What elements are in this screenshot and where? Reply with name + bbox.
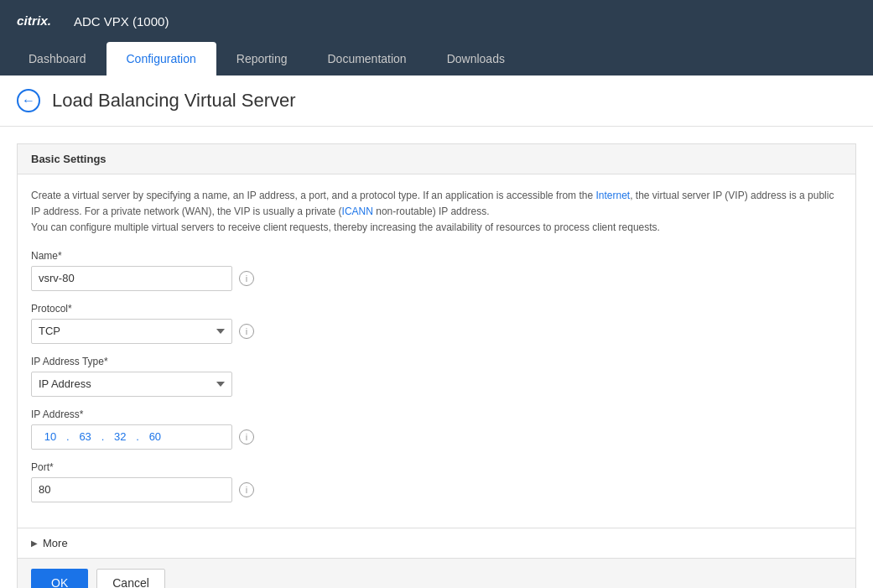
- protocol-field-row: TCP HTTP HTTPS SSL FTP UDP i: [31, 319, 842, 344]
- name-info-icon[interactable]: i: [239, 271, 254, 286]
- ip-address-type-field-group: IP Address Type* IP Address Non Addressa…: [31, 356, 842, 397]
- name-label: Name*: [31, 250, 842, 262]
- back-button[interactable]: ←: [17, 89, 40, 112]
- protocol-select[interactable]: TCP HTTP HTTPS SSL FTP UDP: [31, 319, 232, 344]
- ip-address-type-select[interactable]: IP Address Non Addressable: [31, 372, 232, 397]
- panel-body: Create a virtual server by specifying a …: [18, 174, 855, 528]
- more-arrow-icon: ▶: [31, 539, 38, 548]
- basic-settings-panel: Basic Settings Create a virtual server b…: [17, 143, 856, 588]
- port-field-group: Port* i: [31, 461, 842, 502]
- tab-configuration[interactable]: Configuration: [107, 42, 216, 75]
- nav-tabs: Dashboard Configuration Reporting Docume…: [0, 42, 873, 75]
- more-label: More: [43, 537, 68, 549]
- protocol-info-icon[interactable]: i: [239, 324, 254, 339]
- header: citrix. ADC VPX (1000): [0, 0, 873, 42]
- ip-octet-3[interactable]: [105, 430, 135, 443]
- port-label: Port*: [31, 461, 842, 473]
- more-section[interactable]: ▶ More: [18, 528, 855, 558]
- back-arrow-icon: ←: [22, 93, 35, 108]
- ip-field-container: . . .: [31, 424, 232, 450]
- page-title: Load Balancing Virtual Server: [52, 90, 296, 112]
- name-field-group: Name* i: [31, 250, 842, 291]
- ip-address-field-row: . . . i: [31, 424, 842, 450]
- ip-address-field-group: IP Address* . . . i: [31, 408, 842, 450]
- panel-header: Basic Settings: [18, 144, 855, 174]
- ip-octet-2[interactable]: [70, 430, 101, 443]
- ip-address-type-field-row: IP Address Non Addressable: [31, 372, 842, 397]
- ip-address-type-label: IP Address Type*: [31, 356, 842, 367]
- tab-dashboard[interactable]: Dashboard: [8, 42, 107, 75]
- protocol-field-group: Protocol* TCP HTTP HTTPS SSL FTP UDP i: [31, 303, 842, 344]
- page-content: ← Load Balancing Virtual Server Basic Se…: [0, 75, 873, 588]
- port-input[interactable]: [31, 477, 232, 502]
- app-title: ADC VPX (1000): [74, 14, 169, 29]
- name-field-row: i: [31, 266, 842, 291]
- name-input[interactable]: [31, 266, 232, 291]
- ip-address-label: IP Address*: [31, 408, 842, 420]
- tab-documentation[interactable]: Documentation: [307, 42, 426, 75]
- tab-downloads[interactable]: Downloads: [427, 42, 525, 75]
- cancel-button[interactable]: Cancel: [96, 569, 165, 588]
- description-line2: You can configure multiple virtual serve…: [31, 221, 660, 233]
- ok-button[interactable]: OK: [31, 569, 88, 588]
- svg-text:citrix.: citrix.: [17, 13, 51, 28]
- ip-address-info-icon[interactable]: i: [239, 429, 254, 445]
- ip-octet-1[interactable]: [35, 430, 65, 443]
- page-header: ← Load Balancing Virtual Server: [0, 75, 873, 127]
- tab-reporting[interactable]: Reporting: [216, 42, 308, 75]
- description-text: Create a virtual server by specifying a …: [31, 188, 842, 237]
- protocol-label: Protocol*: [31, 303, 842, 315]
- description-line1: Create a virtual server by specifying a …: [31, 190, 834, 217]
- citrix-logo-icon: citrix.: [17, 11, 67, 31]
- ip-octet-4[interactable]: [140, 430, 170, 443]
- form-footer: OK Cancel: [18, 558, 855, 588]
- port-field-row: i: [31, 477, 842, 502]
- app-logo: citrix. ADC VPX (1000): [17, 11, 169, 31]
- port-info-icon[interactable]: i: [239, 482, 254, 497]
